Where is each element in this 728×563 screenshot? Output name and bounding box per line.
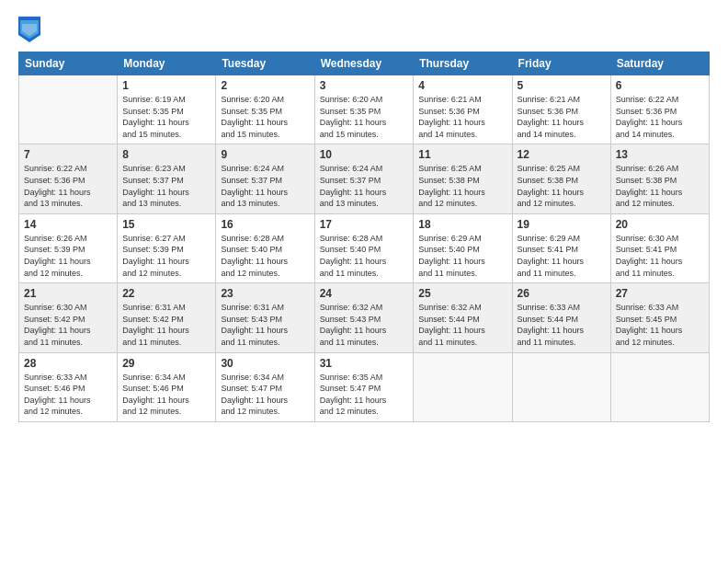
- day-info: Sunrise: 6:22 AM Sunset: 5:36 PM Dayligh…: [616, 94, 704, 140]
- day-number: 25: [418, 287, 506, 300]
- calendar-cell: 15Sunrise: 6:27 AM Sunset: 5:39 PM Dayli…: [118, 213, 216, 282]
- day-number: 18: [418, 218, 506, 231]
- day-info: Sunrise: 6:28 AM Sunset: 5:40 PM Dayligh…: [320, 233, 409, 279]
- calendar-cell: 26Sunrise: 6:33 AM Sunset: 5:44 PM Dayli…: [512, 283, 610, 352]
- calendar-cell: 25Sunrise: 6:32 AM Sunset: 5:44 PM Dayli…: [414, 283, 512, 352]
- calendar-cell: 29Sunrise: 6:34 AM Sunset: 5:46 PM Dayli…: [118, 352, 216, 421]
- calendar-cell: 31Sunrise: 6:35 AM Sunset: 5:47 PM Dayli…: [314, 352, 414, 421]
- calendar-cell: 5Sunrise: 6:21 AM Sunset: 5:36 PM Daylig…: [512, 75, 610, 144]
- calendar-cell: 27Sunrise: 6:33 AM Sunset: 5:45 PM Dayli…: [610, 283, 709, 352]
- day-number: 7: [24, 148, 112, 161]
- day-info: Sunrise: 6:22 AM Sunset: 5:36 PM Dayligh…: [24, 163, 112, 209]
- day-info: Sunrise: 6:33 AM Sunset: 5:46 PM Dayligh…: [24, 372, 112, 418]
- day-number: 2: [221, 79, 309, 92]
- week-row: 21Sunrise: 6:30 AM Sunset: 5:42 PM Dayli…: [19, 283, 710, 352]
- day-number: 11: [418, 148, 506, 161]
- calendar-cell: 12Sunrise: 6:25 AM Sunset: 5:38 PM Dayli…: [512, 144, 610, 213]
- calendar-cell: 1Sunrise: 6:19 AM Sunset: 5:35 PM Daylig…: [118, 75, 216, 144]
- calendar-cell: 22Sunrise: 6:31 AM Sunset: 5:42 PM Dayli…: [118, 283, 216, 352]
- day-info: Sunrise: 6:26 AM Sunset: 5:39 PM Dayligh…: [24, 233, 112, 279]
- calendar-cell: 17Sunrise: 6:28 AM Sunset: 5:40 PM Dayli…: [314, 213, 414, 282]
- calendar-cell: 21Sunrise: 6:30 AM Sunset: 5:42 PM Dayli…: [19, 283, 118, 352]
- calendar-cell: 16Sunrise: 6:28 AM Sunset: 5:40 PM Dayli…: [216, 213, 314, 282]
- day-number: 28: [24, 357, 112, 370]
- day-number: 21: [24, 287, 112, 300]
- day-info: Sunrise: 6:33 AM Sunset: 5:45 PM Dayligh…: [616, 302, 704, 348]
- calendar-cell: [610, 352, 709, 421]
- calendar-cell: 14Sunrise: 6:26 AM Sunset: 5:39 PM Dayli…: [19, 213, 118, 282]
- day-header: Monday: [118, 52, 216, 75]
- calendar-cell: 28Sunrise: 6:33 AM Sunset: 5:46 PM Dayli…: [19, 352, 118, 421]
- day-header: Friday: [512, 52, 610, 75]
- day-info: Sunrise: 6:32 AM Sunset: 5:43 PM Dayligh…: [320, 302, 409, 348]
- day-number: 22: [122, 287, 210, 300]
- day-number: 5: [518, 79, 606, 92]
- calendar-header: SundayMondayTuesdayWednesdayThursdayFrid…: [19, 52, 710, 75]
- day-info: Sunrise: 6:20 AM Sunset: 5:35 PM Dayligh…: [221, 94, 309, 140]
- day-number: 13: [616, 148, 704, 161]
- day-number: 10: [320, 148, 409, 161]
- day-info: Sunrise: 6:21 AM Sunset: 5:36 PM Dayligh…: [418, 94, 506, 140]
- calendar-cell: 11Sunrise: 6:25 AM Sunset: 5:38 PM Dayli…: [414, 144, 512, 213]
- week-row: 7Sunrise: 6:22 AM Sunset: 5:36 PM Daylig…: [19, 144, 710, 213]
- calendar-cell: 10Sunrise: 6:24 AM Sunset: 5:37 PM Dayli…: [314, 144, 414, 213]
- page: SundayMondayTuesdayWednesdayThursdayFrid…: [0, 0, 728, 563]
- day-info: Sunrise: 6:27 AM Sunset: 5:39 PM Dayligh…: [122, 233, 210, 279]
- header-row: SundayMondayTuesdayWednesdayThursdayFrid…: [19, 52, 710, 75]
- day-info: Sunrise: 6:35 AM Sunset: 5:47 PM Dayligh…: [320, 372, 409, 418]
- header: [18, 17, 710, 42]
- day-info: Sunrise: 6:29 AM Sunset: 5:40 PM Dayligh…: [418, 233, 506, 279]
- calendar-cell: 3Sunrise: 6:20 AM Sunset: 5:35 PM Daylig…: [314, 75, 414, 144]
- logo: [18, 17, 42, 42]
- day-header: Saturday: [610, 52, 709, 75]
- day-header: Thursday: [414, 52, 512, 75]
- week-row: 28Sunrise: 6:33 AM Sunset: 5:46 PM Dayli…: [19, 352, 710, 421]
- calendar-cell: 13Sunrise: 6:26 AM Sunset: 5:38 PM Dayli…: [610, 144, 709, 213]
- day-info: Sunrise: 6:21 AM Sunset: 5:36 PM Dayligh…: [518, 94, 606, 140]
- day-info: Sunrise: 6:34 AM Sunset: 5:47 PM Dayligh…: [221, 372, 309, 418]
- calendar-cell: 6Sunrise: 6:22 AM Sunset: 5:36 PM Daylig…: [610, 75, 709, 144]
- calendar-cell: 8Sunrise: 6:23 AM Sunset: 5:37 PM Daylig…: [118, 144, 216, 213]
- day-number: 9: [221, 148, 309, 161]
- calendar-cell: 9Sunrise: 6:24 AM Sunset: 5:37 PM Daylig…: [216, 144, 314, 213]
- calendar-body: 1Sunrise: 6:19 AM Sunset: 5:35 PM Daylig…: [19, 75, 710, 422]
- calendar-cell: [19, 75, 118, 144]
- day-info: Sunrise: 6:32 AM Sunset: 5:44 PM Dayligh…: [418, 302, 506, 348]
- day-info: Sunrise: 6:31 AM Sunset: 5:43 PM Dayligh…: [221, 302, 309, 348]
- day-number: 23: [221, 287, 309, 300]
- calendar-cell: 24Sunrise: 6:32 AM Sunset: 5:43 PM Dayli…: [314, 283, 414, 352]
- day-info: Sunrise: 6:20 AM Sunset: 5:35 PM Dayligh…: [320, 94, 409, 140]
- week-row: 1Sunrise: 6:19 AM Sunset: 5:35 PM Daylig…: [19, 75, 710, 144]
- day-info: Sunrise: 6:26 AM Sunset: 5:38 PM Dayligh…: [616, 163, 704, 209]
- day-info: Sunrise: 6:33 AM Sunset: 5:44 PM Dayligh…: [518, 302, 606, 348]
- day-number: 30: [221, 357, 309, 370]
- day-number: 27: [616, 287, 704, 300]
- day-header: Wednesday: [314, 52, 414, 75]
- day-number: 15: [122, 218, 210, 231]
- day-info: Sunrise: 6:25 AM Sunset: 5:38 PM Dayligh…: [518, 163, 606, 209]
- day-info: Sunrise: 6:28 AM Sunset: 5:40 PM Dayligh…: [221, 233, 309, 279]
- day-info: Sunrise: 6:30 AM Sunset: 5:41 PM Dayligh…: [616, 233, 704, 279]
- calendar-cell: 20Sunrise: 6:30 AM Sunset: 5:41 PM Dayli…: [610, 213, 709, 282]
- day-number: 19: [518, 218, 606, 231]
- day-info: Sunrise: 6:19 AM Sunset: 5:35 PM Dayligh…: [122, 94, 210, 140]
- logo-icon: [18, 17, 40, 42]
- calendar-cell: 30Sunrise: 6:34 AM Sunset: 5:47 PM Dayli…: [216, 352, 314, 421]
- day-number: 20: [616, 218, 704, 231]
- day-info: Sunrise: 6:34 AM Sunset: 5:46 PM Dayligh…: [122, 372, 210, 418]
- day-header: Tuesday: [216, 52, 314, 75]
- day-number: 4: [418, 79, 506, 92]
- day-number: 6: [616, 79, 704, 92]
- day-info: Sunrise: 6:25 AM Sunset: 5:38 PM Dayligh…: [418, 163, 506, 209]
- calendar: SundayMondayTuesdayWednesdayThursdayFrid…: [18, 52, 710, 422]
- calendar-cell: 4Sunrise: 6:21 AM Sunset: 5:36 PM Daylig…: [414, 75, 512, 144]
- calendar-cell: [414, 352, 512, 421]
- day-number: 26: [518, 287, 606, 300]
- day-info: Sunrise: 6:24 AM Sunset: 5:37 PM Dayligh…: [320, 163, 409, 209]
- calendar-cell: 7Sunrise: 6:22 AM Sunset: 5:36 PM Daylig…: [19, 144, 118, 213]
- day-number: 29: [122, 357, 210, 370]
- day-number: 17: [320, 218, 409, 231]
- day-number: 16: [221, 218, 309, 231]
- day-info: Sunrise: 6:23 AM Sunset: 5:37 PM Dayligh…: [122, 163, 210, 209]
- day-info: Sunrise: 6:30 AM Sunset: 5:42 PM Dayligh…: [24, 302, 112, 348]
